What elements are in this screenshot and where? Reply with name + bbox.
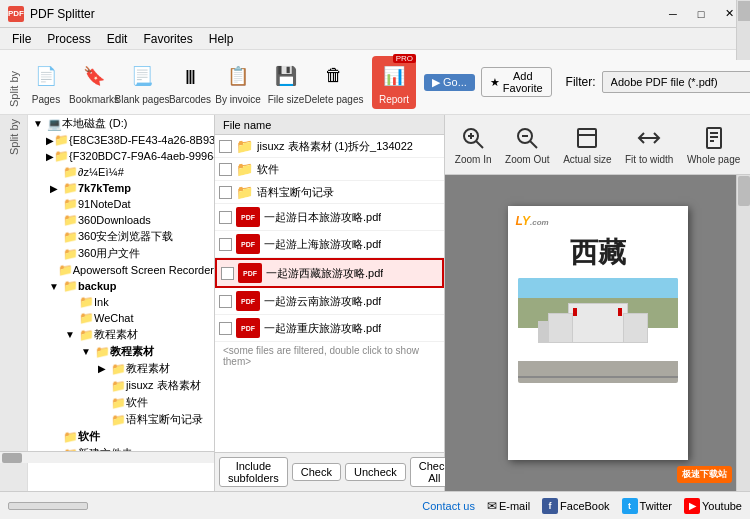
whole-page-icon bbox=[700, 124, 728, 152]
tree-scrollbar[interactable] bbox=[0, 451, 215, 463]
facebook-link[interactable]: f FaceBook bbox=[542, 498, 610, 514]
file-item-3[interactable]: PDF 一起游日本旅游攻略.pdf bbox=[215, 204, 444, 231]
pdf-logo: LY.com bbox=[516, 214, 549, 228]
tree-item-backup[interactable]: ▼ 📁 backup bbox=[28, 278, 214, 294]
toolbar-bookmarks-button[interactable]: 🔖 Bookmarks bbox=[72, 56, 116, 109]
fit-to-width-button[interactable]: Fit to width bbox=[619, 120, 679, 169]
file-item-1[interactable]: 📁 软件 bbox=[215, 158, 444, 181]
file-name-5: 一起游西藏旅游攻略.pdf bbox=[266, 266, 383, 281]
tree-item-7[interactable]: 📁 360用户文件 bbox=[28, 245, 214, 262]
include-subfolders-button[interactable]: Include subfolders bbox=[219, 457, 288, 487]
tree-toggle-drive[interactable]: ▼ bbox=[30, 118, 46, 129]
contact-us-link[interactable]: Contact us bbox=[422, 500, 475, 512]
zoom-out-button[interactable]: Zoom Out bbox=[499, 120, 555, 169]
fit-to-width-icon bbox=[635, 124, 663, 152]
progress-bar bbox=[8, 502, 88, 510]
menu-help[interactable]: Help bbox=[201, 30, 242, 48]
tree-item-software[interactable]: 📁 软件 bbox=[28, 394, 214, 411]
toolbar-by-invoice-button[interactable]: 📋 By invoice bbox=[216, 56, 260, 109]
file-item-5-selected[interactable]: PDF 一起游西藏旅游攻略.pdf bbox=[215, 258, 444, 288]
filter-select[interactable]: Adobe PDF file (*.pdf)All files (*.*) bbox=[602, 71, 750, 93]
menu-file[interactable]: File bbox=[4, 30, 39, 48]
file-checkbox-1[interactable] bbox=[219, 163, 232, 176]
actual-size-button[interactable]: Actual size bbox=[557, 120, 617, 169]
toolbar-pages-button[interactable]: 📄 Pages bbox=[24, 56, 68, 109]
tree-label-8: Apowersoft Screen Recorder bbox=[73, 264, 214, 276]
barcodes-label: Barcodes bbox=[169, 94, 211, 105]
menu-process[interactable]: Process bbox=[39, 30, 98, 48]
folder-icon-5: 📁 bbox=[62, 213, 78, 227]
file-checkbox-7[interactable] bbox=[219, 322, 232, 335]
tree-item-3[interactable]: ▶ 📁 7k7kTemp bbox=[28, 180, 214, 196]
minimize-button[interactable]: ─ bbox=[660, 4, 686, 24]
uncheck-button[interactable]: Uncheck bbox=[345, 463, 406, 481]
menu-favorites[interactable]: Favorites bbox=[135, 30, 200, 48]
tree-item-1[interactable]: ▶ 📁 {F320BDC7-F9A6-4aeb-9996- bbox=[28, 148, 214, 164]
tree-item-drive[interactable]: ▼ 💻 本地磁盘 (D:) bbox=[28, 115, 214, 132]
tree-item-yuliao[interactable]: 📁 语料宝断句记录 bbox=[28, 411, 214, 428]
file-checkbox-4[interactable] bbox=[219, 238, 232, 251]
tree-item-0[interactable]: ▶ 📁 {E8C3E38D-FE43-4a26-8B93- bbox=[28, 132, 214, 148]
file-checkbox-2[interactable] bbox=[219, 186, 232, 199]
tree-toggle-teaching[interactable]: ▼ bbox=[62, 329, 78, 340]
tree-item-teaching3[interactable]: ▶ 📁 教程素材 bbox=[28, 360, 214, 377]
file-checkbox-5[interactable] bbox=[221, 267, 234, 280]
fit-to-width-label: Fit to width bbox=[625, 154, 673, 165]
maximize-button[interactable]: □ bbox=[688, 4, 714, 24]
tree-item-8[interactable]: 📁 Apowersoft Screen Recorder bbox=[28, 262, 214, 278]
tree-item-teaching[interactable]: ▼ 📁 教程素材 bbox=[28, 326, 214, 343]
tree-toggle-3[interactable]: ▶ bbox=[46, 183, 62, 194]
tree-content[interactable]: ▼ 💻 本地磁盘 (D:) ▶ 📁 {E8C3E38D-FE43-4a26-8B… bbox=[28, 115, 214, 491]
tree-label-1: {F320BDC7-F9A6-4aeb-9996- bbox=[69, 150, 214, 162]
file-item-0[interactable]: 📁 jisuxz 表格素材 (1)拆分_134022 bbox=[215, 135, 444, 158]
tree-toggle-8 bbox=[46, 265, 58, 276]
email-link[interactable]: ✉ E-mail bbox=[487, 499, 530, 513]
tree-item-teaching2[interactable]: ▼ 📁 教程素材 bbox=[28, 343, 214, 360]
add-favorite-button[interactable]: ★ Add Favorite bbox=[481, 67, 552, 97]
file-item-4[interactable]: PDF 一起游上海旅游攻略.pdf bbox=[215, 231, 444, 258]
file-list[interactable]: 📁 jisuxz 表格素材 (1)拆分_134022 📁 软件 📁 语料宝断句记… bbox=[215, 135, 444, 452]
youtube-link[interactable]: ▶ Youtube bbox=[684, 498, 742, 514]
file-name-7: 一起游重庆旅游攻略.pdf bbox=[264, 321, 381, 336]
file-checkbox-6[interactable] bbox=[219, 295, 232, 308]
blank-pages-icon: 📃 bbox=[126, 60, 158, 92]
tree-item-ink[interactable]: 📁 Ink bbox=[28, 294, 214, 310]
tree-item-4[interactable]: 📁 91NoteDat bbox=[28, 196, 214, 212]
preview-scroll-thumb[interactable] bbox=[738, 176, 750, 206]
preview-scroll[interactable] bbox=[736, 175, 750, 491]
tree-scroll-thumb[interactable] bbox=[2, 453, 22, 463]
file-checkbox-0[interactable] bbox=[219, 140, 232, 153]
file-item-6[interactable]: PDF 一起游云南旅游攻略.pdf bbox=[215, 288, 444, 315]
tree-item-6[interactable]: 📁 360安全浏览器下载 bbox=[28, 228, 214, 245]
tree-toggle-2 bbox=[46, 167, 62, 178]
zoom-in-button[interactable]: Zoom In bbox=[449, 120, 497, 169]
right-building bbox=[623, 313, 648, 343]
go-button[interactable]: ▶ Go... bbox=[424, 74, 475, 91]
tree-item-ruanjian[interactable]: 📁 软件 bbox=[28, 428, 214, 445]
toolbar-blank-pages-button[interactable]: 📃 Blank pages bbox=[120, 56, 164, 109]
toolbar-delete-pages-button[interactable]: 🗑 Delete pages bbox=[312, 56, 356, 109]
tree-toggle-teaching2[interactable]: ▼ bbox=[78, 346, 94, 357]
toolbar-file-size-button[interactable]: 💾 File size bbox=[264, 56, 308, 109]
menu-edit[interactable]: Edit bbox=[99, 30, 136, 48]
tree-item-wechat[interactable]: 📁 WeChat bbox=[28, 310, 214, 326]
tree-item-5[interactable]: 📁 360Downloads bbox=[28, 212, 214, 228]
toolbar-barcodes-button[interactable]: ||| Barcodes bbox=[168, 56, 212, 109]
twitter-link[interactable]: t Twitter bbox=[622, 498, 672, 514]
whole-page-label: Whole page bbox=[687, 154, 740, 165]
tree-item-2[interactable]: 📁 ∂z¼Eì¼# bbox=[28, 164, 214, 180]
tree-toggle-1[interactable]: ▶ bbox=[46, 151, 54, 162]
tree-toggle-teaching3[interactable]: ▶ bbox=[94, 363, 110, 374]
file-item-7[interactable]: PDF 一起游重庆旅游攻略.pdf bbox=[215, 315, 444, 342]
whole-page-button[interactable]: Whole page bbox=[681, 120, 746, 169]
toolbar-report-button[interactable]: PRO 📊 Report bbox=[372, 56, 416, 109]
tree-item-jisuxz[interactable]: 📁 jisuxz 表格素材 bbox=[28, 377, 214, 394]
file-checkbox-3[interactable] bbox=[219, 211, 232, 224]
check-button[interactable]: Check bbox=[292, 463, 341, 481]
file-name-0: jisuxz 表格素材 (1)拆分_134022 bbox=[257, 139, 413, 154]
tree-toggle-backup[interactable]: ▼ bbox=[46, 281, 62, 292]
tree-toggle-0[interactable]: ▶ bbox=[46, 135, 54, 146]
file-item-2[interactable]: 📁 语料宝断句记录 bbox=[215, 181, 444, 204]
youtube-label: Youtube bbox=[702, 500, 742, 512]
tree-toggle-6 bbox=[46, 231, 62, 242]
